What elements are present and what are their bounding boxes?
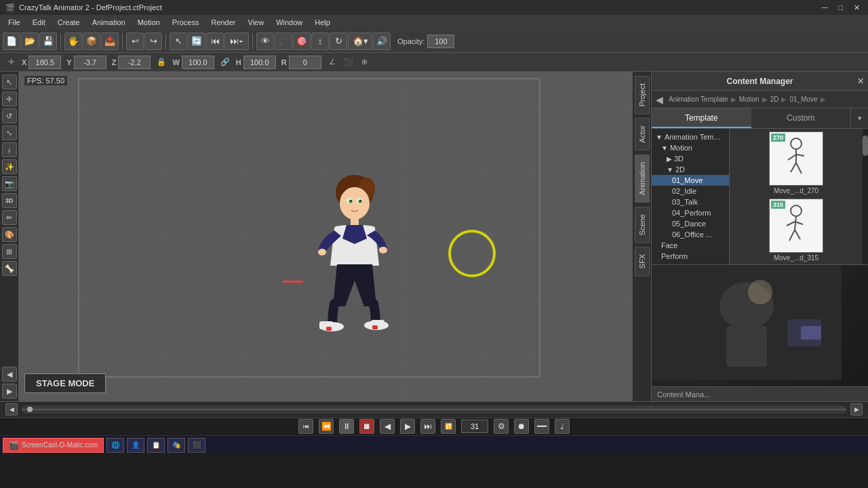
- y-input[interactable]: [74, 56, 106, 69]
- opacity-input[interactable]: [427, 35, 454, 48]
- close-button[interactable]: ✕: [851, 3, 863, 12]
- pb-tempo[interactable]: ♩: [555, 419, 570, 434]
- tree-motion[interactable]: ▼Motion: [652, 142, 729, 153]
- menu-render[interactable]: Render: [205, 17, 241, 28]
- rotate-button[interactable]: 🔄: [188, 33, 205, 50]
- open-button[interactable]: 📂: [21, 33, 39, 50]
- sidebar-rotate[interactable]: ↺: [2, 108, 17, 123]
- taskbar-avatar[interactable]: 👤: [127, 438, 144, 453]
- pb-next-frame[interactable]: ▶: [400, 419, 415, 434]
- taskbar-chrome[interactable]: 🌐: [106, 438, 124, 453]
- breadcrumb-item-2[interactable]: Motion: [739, 96, 760, 103]
- menu-file[interactable]: File: [3, 17, 26, 28]
- tab-template[interactable]: Template: [652, 108, 751, 128]
- sidebar-draw[interactable]: ✏: [2, 210, 17, 225]
- taskbar-app[interactable]: 🎭: [167, 438, 185, 453]
- timeline-right-btn[interactable]: ▶: [850, 403, 863, 415]
- minimize-button[interactable]: ─: [820, 3, 831, 12]
- menu-animation[interactable]: Animation: [87, 17, 131, 28]
- save-button[interactable]: 💾: [39, 33, 57, 50]
- redo-button[interactable]: ↪: [144, 33, 162, 50]
- menu-create[interactable]: Create: [52, 17, 85, 28]
- cm-close-button[interactable]: ✕: [857, 77, 864, 86]
- sidebar-bottom1[interactable]: ◀: [2, 367, 17, 382]
- menu-edit[interactable]: Edit: [27, 17, 51, 28]
- export-button[interactable]: 📤: [101, 33, 119, 50]
- menu-help[interactable]: Help: [309, 17, 336, 28]
- tree-05-dance[interactable]: 05_Dance: [652, 218, 729, 229]
- thumbnail-item-2[interactable]: 315 Move_...d_315: [732, 199, 860, 262]
- view-btn1[interactable]: 👁: [256, 33, 274, 50]
- select-button[interactable]: ↖: [170, 33, 187, 50]
- tree-02-idle[interactable]: 02_Idle: [652, 186, 729, 197]
- timeline-left-btn[interactable]: ◀: [5, 403, 18, 415]
- menu-process[interactable]: Process: [167, 17, 205, 28]
- view-btn3[interactable]: 🎯: [293, 33, 311, 50]
- view-btn5[interactable]: ↻: [330, 33, 347, 50]
- tree-03-talk[interactable]: 03_Talk: [652, 197, 729, 207]
- breadcrumb-item-3[interactable]: 2D: [770, 96, 779, 103]
- tree-01-move[interactable]: 01_Move: [652, 175, 729, 186]
- tab-custom[interactable]: Custom: [751, 108, 851, 128]
- menu-window[interactable]: Window: [271, 17, 308, 28]
- pb-record2[interactable]: ⏺: [514, 419, 529, 434]
- cm-bottom-tab[interactable]: Content Mana...: [652, 386, 868, 401]
- thumbnail-scrollbar[interactable]: [863, 129, 868, 264]
- canvas-area[interactable]: FPS: 57.50: [19, 72, 632, 401]
- tab-dropdown-button[interactable]: ▾: [850, 108, 868, 128]
- sidebar-camera[interactable]: 📷: [2, 176, 17, 191]
- tree-animation-template[interactable]: ▼Animation Template: [652, 131, 729, 142]
- nav-prev[interactable]: ⏮: [206, 33, 224, 50]
- vtab-project[interactable]: Project: [635, 76, 650, 114]
- h-input[interactable]: [243, 56, 276, 69]
- sidebar-fx[interactable]: ✨: [2, 159, 17, 174]
- tree-04-perform[interactable]: 04_Perform: [652, 207, 729, 218]
- pb-audio-level[interactable]: ━━: [534, 419, 549, 434]
- sidebar-scale[interactable]: ⤡: [2, 125, 17, 140]
- stage-mode-button[interactable]: STAGE MODE: [24, 373, 106, 393]
- pick-tool[interactable]: 📦: [83, 33, 100, 50]
- taskbar-screencast[interactable]: 🎬 ScreenCast-O-Matic.com: [3, 438, 104, 453]
- sidebar-bone[interactable]: 🦴: [2, 261, 17, 276]
- view-btn6[interactable]: 🏠▾: [348, 33, 372, 50]
- z-input[interactable]: [118, 56, 151, 69]
- taskbar-square[interactable]: ⬛: [188, 438, 205, 453]
- pb-loop[interactable]: 🔁: [441, 419, 456, 434]
- move-tool[interactable]: 🖐: [64, 33, 82, 50]
- audio-btn[interactable]: 🔊: [373, 33, 391, 50]
- tree-2d[interactable]: ▼2D: [652, 164, 729, 175]
- r-input[interactable]: [289, 56, 321, 69]
- vtab-sfx[interactable]: SFX: [635, 247, 650, 276]
- thumbnail-item-1[interactable]: 270 Move_...d_270: [732, 131, 860, 195]
- breadcrumb-item-1[interactable]: Animation Template: [669, 96, 728, 103]
- vtab-actor[interactable]: Actor: [635, 118, 650, 150]
- sidebar-music[interactable]: ♪: [2, 142, 17, 157]
- pb-pause[interactable]: ⏸: [339, 419, 354, 434]
- x-input[interactable]: [28, 56, 61, 69]
- menu-motion[interactable]: Motion: [132, 17, 165, 28]
- nav-more[interactable]: ⏭▾: [224, 33, 249, 50]
- pb-record[interactable]: ⏮: [298, 419, 313, 434]
- tree-perform[interactable]: Perform: [652, 251, 729, 262]
- view-btn4[interactable]: ↕: [311, 33, 329, 50]
- tree-06-office[interactable]: 06_Office ...: [652, 229, 729, 240]
- timeline-thumb[interactable]: [27, 407, 33, 412]
- w-input[interactable]: [182, 56, 214, 69]
- pb-end[interactable]: ⏭: [420, 419, 435, 434]
- sidebar-bottom2[interactable]: ▶: [2, 384, 17, 399]
- sidebar-move[interactable]: ✛: [2, 92, 17, 106]
- tree-3d[interactable]: ▶3D: [652, 153, 729, 164]
- pb-stop[interactable]: ⏹: [359, 419, 374, 434]
- sidebar-paint[interactable]: 🎨: [2, 227, 17, 242]
- new-button[interactable]: 📄: [3, 33, 20, 50]
- vtab-animation[interactable]: Animation: [635, 155, 650, 203]
- timeline-scroll[interactable]: [22, 405, 846, 413]
- sidebar-mesh[interactable]: ⊞: [2, 244, 17, 259]
- vtab-scene[interactable]: Scene: [635, 207, 650, 243]
- pb-prev-frame[interactable]: ◀: [380, 419, 395, 434]
- pb-settings[interactable]: ⚙: [494, 419, 509, 434]
- breadcrumb-item-4[interactable]: 01_Move: [789, 96, 817, 103]
- menu-view[interactable]: View: [243, 17, 270, 28]
- view-btn2[interactable]: 🎥: [275, 33, 292, 50]
- pb-speed-minus[interactable]: ⏪: [319, 419, 334, 434]
